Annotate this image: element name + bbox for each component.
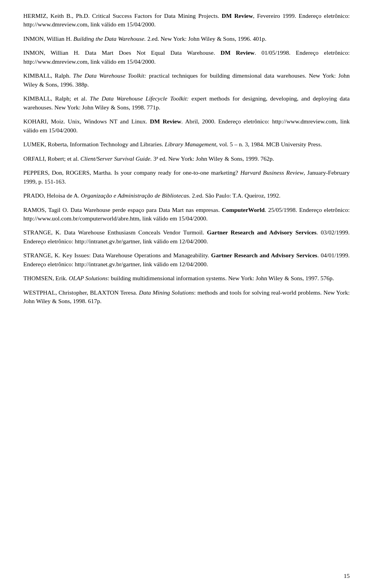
reference-lumek: LUMEK, Roberta, Information Technology a…: [23, 140, 350, 149]
reference-peppers-text: PEPPERS, Don, ROGERS, Martha. Is your co…: [23, 168, 350, 186]
reference-orfali: ORFALI, Robert; et al. Client/Server Sur…: [23, 154, 350, 163]
reference-lumek-text: LUMEK, Roberta, Information Technology a…: [23, 140, 350, 149]
reference-thomsen: THOMSEN, Erik. OLAP Solutions: building …: [23, 274, 350, 283]
reference-kimball1-text: KIMBALL, Ralph. The Data Warehouse Toolk…: [23, 71, 350, 89]
reference-strange1-text: STRANGE, K. Data Warehouse Enthusiasm Co…: [23, 228, 350, 246]
reference-inmon2-text: INMON, Willian H. Data Mart Does Not Equ…: [23, 49, 350, 66]
reference-hermiz-text: HERMIZ, Keith B., Ph.D. Critical Success…: [23, 12, 350, 29]
reference-ramos: RAMOS, Tagil O. Data Warehouse perde esp…: [23, 206, 350, 223]
reference-prado-text: PRADO, Heloisa de A. Organização e Admin…: [23, 191, 350, 200]
reference-strange2-text: STRANGE, K. Key Issues: Data Warehouse O…: [23, 251, 350, 269]
reference-strange1: STRANGE, K. Data Warehouse Enthusiasm Co…: [23, 228, 350, 246]
reference-westphal: WESTPHAL, Christopher, BLAXTON Teresa. D…: [23, 288, 350, 306]
reference-hermiz: HERMIZ, Keith B., Ph.D. Critical Success…: [23, 12, 350, 29]
reference-ramos-text: RAMOS, Tagil O. Data Warehouse perde esp…: [23, 206, 350, 223]
reference-kimball2: KIMBALL, Ralph; et al. The Data Warehous…: [23, 94, 350, 112]
page-number: 15: [344, 572, 350, 580]
reference-kohari: KOHARI, Moiz. Unix, Windows NT and Linux…: [23, 117, 350, 135]
reference-peppers: PEPPERS, Don, ROGERS, Martha. Is your co…: [23, 168, 350, 186]
page: HERMIZ, Keith B., Ph.D. Critical Success…: [0, 0, 373, 588]
reference-inmon1: INMON, Willian H. Building the Data Ware…: [23, 35, 350, 43]
reference-inmon1-text: INMON, Willian H. Building the Data Ware…: [23, 35, 350, 43]
reference-orfali-text: ORFALI, Robert; et al. Client/Server Sur…: [23, 154, 350, 163]
reference-inmon2: INMON, Willian H. Data Mart Does Not Equ…: [23, 49, 350, 66]
reference-prado: PRADO, Heloisa de A. Organização e Admin…: [23, 191, 350, 200]
reference-thomsen-text: THOMSEN, Erik. OLAP Solutions: building …: [23, 274, 350, 283]
reference-kimball1: KIMBALL, Ralph. The Data Warehouse Toolk…: [23, 71, 350, 89]
reference-strange2: STRANGE, K. Key Issues: Data Warehouse O…: [23, 251, 350, 269]
reference-westphal-text: WESTPHAL, Christopher, BLAXTON Teresa. D…: [23, 288, 350, 306]
reference-kimball2-text: KIMBALL, Ralph; et al. The Data Warehous…: [23, 94, 350, 112]
reference-kohari-text: KOHARI, Moiz. Unix, Windows NT and Linux…: [23, 117, 350, 135]
